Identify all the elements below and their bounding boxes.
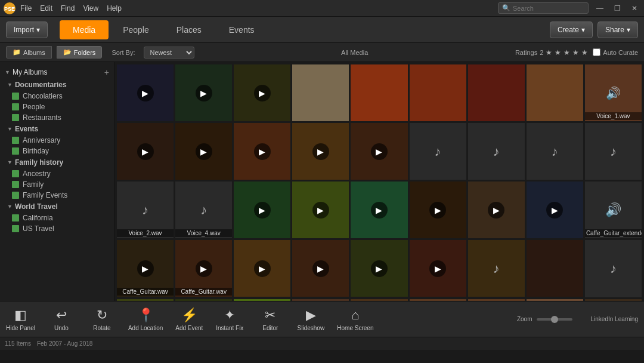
my-albums-header[interactable]: ▼ My Albums + xyxy=(0,66,114,79)
zoom-thumb[interactable] xyxy=(551,316,558,323)
auto-curate-checkbox[interactable] xyxy=(593,48,600,56)
grid-cell[interactable]: ▶ xyxy=(117,64,174,121)
create-button[interactable]: Create ▾ xyxy=(550,21,593,38)
undo-button[interactable]: ↩ Undo xyxy=(47,307,76,331)
sidebar-item-family[interactable]: Family xyxy=(0,179,114,190)
star-3[interactable]: ★ xyxy=(564,48,570,57)
grid-cell[interactable] xyxy=(527,240,583,297)
star-5[interactable]: ★ xyxy=(581,48,588,57)
sidebar-events-header[interactable]: ▼ Events xyxy=(0,123,114,135)
grid-cell[interactable]: ▶ xyxy=(292,123,349,180)
rotate-button[interactable]: ↻ Rotate xyxy=(88,307,116,331)
grid-cell[interactable] xyxy=(351,299,407,302)
grid-cell[interactable]: ▶ xyxy=(351,182,407,238)
sidebar-item-us-travel[interactable]: US Travel xyxy=(0,223,114,234)
grid-cell[interactable] xyxy=(351,64,407,121)
grid-cell[interactable]: ▶ xyxy=(175,299,232,302)
albums-tab[interactable]: 📁 Albums xyxy=(6,46,52,59)
maximize-button[interactable]: ❐ xyxy=(611,3,624,14)
editor-button[interactable]: ✂ Editor xyxy=(256,307,284,331)
menu-view[interactable]: View xyxy=(83,4,98,13)
grid-cell-caffe1[interactable]: ▶ Caffe_Guitar.wav xyxy=(117,240,174,297)
add-album-button[interactable]: + xyxy=(104,67,109,77)
grid-cell[interactable]: ♪ xyxy=(585,123,642,180)
folders-tab[interactable]: 📂 Folders xyxy=(57,46,103,59)
tab-events[interactable]: Events xyxy=(216,20,268,39)
grid-cell[interactable]: ▶ xyxy=(410,182,466,238)
grid-cell-voice2[interactable]: ♪ Voice_2.wav xyxy=(117,182,174,238)
search-input[interactable] xyxy=(513,5,584,12)
star-2[interactable]: ★ xyxy=(555,48,561,57)
slideshow-button[interactable]: ▶ Slideshow xyxy=(296,307,325,331)
sidebar-family-history-header[interactable]: ▼ Family history xyxy=(0,156,114,168)
grid-cell[interactable]: ▶ xyxy=(234,240,290,297)
grid-cell[interactable]: ▶ xyxy=(234,123,290,180)
sort-select[interactable]: Newest Oldest Name xyxy=(144,47,194,59)
sidebar-item-family-events[interactable]: Family Events xyxy=(0,190,114,201)
grid-cell[interactable]: ▶ xyxy=(175,123,232,180)
tab-media[interactable]: Media xyxy=(60,20,109,39)
home-screen-button[interactable]: ⌂ Home Screen xyxy=(337,307,373,331)
import-button[interactable]: Import ▾ xyxy=(6,21,48,38)
grid-cell[interactable]: ▶ xyxy=(234,64,290,121)
zoom-slider[interactable] xyxy=(537,318,572,321)
instant-fix-button[interactable]: ✦ Instant Fix xyxy=(215,307,244,331)
grid-cell[interactable]: ♪ xyxy=(468,123,525,180)
close-button[interactable]: ✕ xyxy=(628,3,640,14)
sidebar-item-anniversary[interactable]: Anniversary xyxy=(0,135,114,146)
grid-cell-voice4[interactable]: ♪ Voice_4.wav xyxy=(175,182,232,238)
grid-cell[interactable] xyxy=(410,299,466,302)
grid-cell[interactable]: ▶ xyxy=(117,299,174,302)
grid-cell[interactable]: ▶ xyxy=(292,240,349,297)
grid-cell[interactable]: ♪ xyxy=(468,240,525,297)
grid-cell[interactable]: ▶ xyxy=(117,123,174,180)
grid-cell[interactable]: ▶ xyxy=(292,182,349,238)
grid-cell[interactable]: ▶ xyxy=(351,123,407,180)
star-4[interactable]: ★ xyxy=(572,48,579,57)
auto-curate-area[interactable]: Auto Curate xyxy=(593,48,638,56)
grid-cell[interactable]: ▶ xyxy=(527,182,583,238)
grid-cell[interactable]: ▶ xyxy=(351,240,407,297)
grid-cell[interactable]: ▶ xyxy=(468,182,525,238)
grid-cell[interactable] xyxy=(468,64,525,121)
grid-cell[interactable]: ▶ xyxy=(585,299,642,302)
grid-cell-voice1[interactable]: 🔊 Voice_1.wav xyxy=(585,64,642,121)
sidebar-item-ancestry[interactable]: Ancestry xyxy=(0,168,114,179)
tab-places[interactable]: Places xyxy=(163,20,215,39)
search-box[interactable]: 🔍 xyxy=(498,2,589,14)
grid-cell[interactable] xyxy=(292,299,349,302)
sidebar-item-birthday[interactable]: Birthday xyxy=(0,146,114,156)
grid-cell[interactable] xyxy=(410,64,466,121)
grid-cell-caffe-extended[interactable]: 🔊 Caffe_Guitar_extended.wav xyxy=(585,182,642,238)
grid-cell[interactable]: ♪ xyxy=(527,123,583,180)
sidebar-item-people[interactable]: People xyxy=(0,101,114,112)
tab-people[interactable]: People xyxy=(110,20,162,39)
add-event-button[interactable]: ⚡ Add Event xyxy=(175,307,203,331)
menu-file[interactable]: File xyxy=(20,4,32,13)
menu-edit[interactable]: Edit xyxy=(40,4,52,13)
grid-cell[interactable]: ▶ ⚑ xyxy=(234,299,290,302)
grid-cell[interactable] xyxy=(527,299,583,302)
add-location-button[interactable]: 📍 Add Location xyxy=(128,307,163,331)
sidebar-item-california[interactable]: California xyxy=(0,213,114,223)
grid-cell[interactable]: ▶ xyxy=(234,182,290,238)
minimize-button[interactable]: — xyxy=(593,3,606,14)
hide-panel-button[interactable]: ◧ Hide Panel xyxy=(6,307,35,331)
sidebar-documentaries-header[interactable]: ▼ Documentaries xyxy=(0,79,114,91)
grid-cell[interactable]: ♪ xyxy=(410,123,466,180)
sidebar-world-travel-header[interactable]: ▼ World Travel xyxy=(0,201,114,213)
family-icon xyxy=(12,181,19,188)
grid-cell-caffe2[interactable]: ▶ Caffe_Guitar.wav xyxy=(175,240,232,297)
grid-cell[interactable] xyxy=(292,64,349,121)
grid-cell[interactable] xyxy=(527,64,583,121)
star-1[interactable]: ★ xyxy=(546,48,552,57)
grid-cell[interactable] xyxy=(468,299,525,302)
grid-cell[interactable]: ▶ xyxy=(410,240,466,297)
grid-cell[interactable]: ♪ xyxy=(585,240,642,297)
sidebar-item-restaurants[interactable]: Restaurants xyxy=(0,112,114,123)
grid-cell[interactable]: ▶ xyxy=(175,64,232,121)
sidebar-item-chocolatiers[interactable]: Chocolatiers xyxy=(0,91,114,101)
share-button[interactable]: Share ▾ xyxy=(597,21,638,38)
menu-help[interactable]: Help xyxy=(107,4,122,13)
menu-find[interactable]: Find xyxy=(61,4,75,13)
